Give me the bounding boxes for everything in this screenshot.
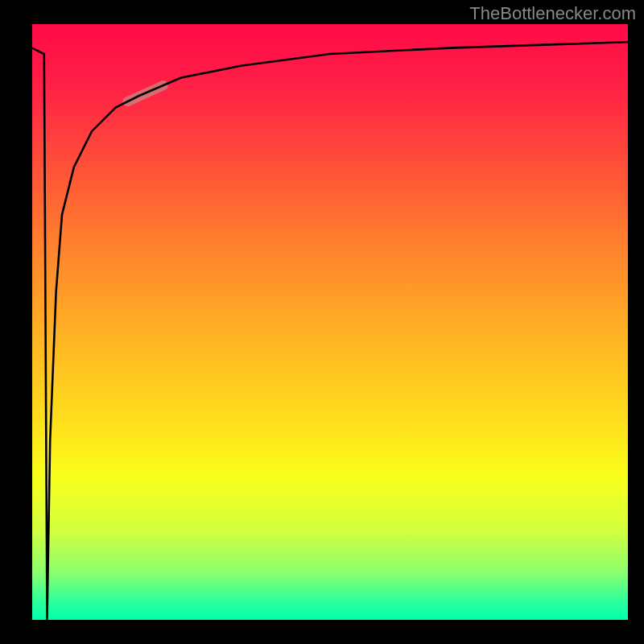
gradient-background [32,24,628,620]
plot-frame [32,24,628,620]
attribution-text: TheBottlenecker.com [469,3,636,24]
